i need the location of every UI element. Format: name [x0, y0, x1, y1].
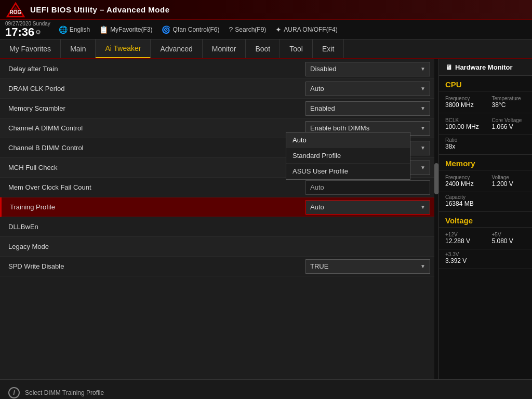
dropdown-value-training-profile: Auto [310, 203, 324, 211]
language-button[interactable]: 🌐 English [59, 25, 90, 34]
settings-row-mem-overclock-fail[interactable]: Mem Over Clock Fail CountAuto [0, 178, 438, 197]
memory-section-title: Memory [439, 155, 532, 170]
plus33v-value: 3.392 V [445, 257, 526, 264]
nav-item-exit[interactable]: Exit [313, 39, 344, 58]
time-display: 17:36 [5, 26, 34, 38]
dropdown-arrow-training-profile: ▼ [420, 204, 425, 210]
rog-logo: ROG [6, 2, 25, 18]
dropdown-arrow-memory-scrambler: ▼ [420, 105, 425, 111]
nav-item-tool[interactable]: Tool [280, 39, 313, 58]
dropdown-value-channel-a-dimm: Enable both DIMMs [310, 124, 369, 132]
cpu-bclk-label: BCLK [445, 117, 480, 123]
hardware-monitor-header: 🖥 Hardware Monitor [439, 59, 532, 76]
settings-row-delay-after-train[interactable]: Delay after TrainDisabled▼ [0, 59, 438, 79]
cpu-bclk-voltage-grid: BCLK 100.00 MHz Core Voltage 1.066 V [439, 113, 532, 135]
cpu-ratio-value: 38x [445, 143, 526, 150]
dropdown-delay-after-train[interactable]: Disabled▼ [305, 62, 430, 76]
aura-button[interactable]: ✦ AURA ON/OFF(F4) [275, 25, 337, 34]
time-settings-icon[interactable]: ⚙ [35, 29, 41, 36]
dropdown-spd-write-disable[interactable]: TRUE▼ [305, 259, 430, 274]
titlebar-title: UEFI BIOS Utility – Advanced Mode [30, 5, 169, 14]
search-button[interactable]: ? Search(F9) [229, 25, 267, 34]
cpu-core-voltage-item: Core Voltage 1.066 V [486, 115, 533, 132]
row-label-mch-full-check: MCH Full Check [8, 164, 305, 171]
nav-item-advanced[interactable]: Advanced [151, 39, 202, 58]
myfavorite-label: MyFavorite(F3) [110, 26, 152, 33]
settings-row-spd-write-disable[interactable]: SPD Write DisableTRUE▼ [0, 257, 438, 276]
cpu-ratio-label: Ratio [445, 137, 526, 143]
row-control-dram-clk-period[interactable]: Auto▼ [305, 82, 430, 96]
plus5v-value: 5.080 V [492, 237, 526, 245]
row-control-spd-write-disable[interactable]: TRUE▼ [305, 259, 430, 274]
dropdown-arrow-spd-write-disable: ▼ [420, 263, 425, 269]
row-label-delay-after-train: Delay after Train [8, 65, 305, 73]
row-label-spd-write-disable: SPD Write Disable [8, 262, 305, 270]
svg-text:ROG: ROG [10, 9, 22, 15]
settings-row-training-profile[interactable]: Training ProfileAuto▼ [0, 197, 438, 217]
nav-item-main[interactable]: Main [61, 39, 96, 58]
settings-row-legacy-mode[interactable]: Legacy Mode [0, 237, 438, 257]
monitor-icon: 🖥 [445, 63, 452, 71]
qfan-label: Qfan Control(F6) [172, 26, 219, 33]
scrollbar[interactable] [434, 59, 438, 379]
popup-option-asus-user-profile[interactable]: ASUS User Profile [286, 164, 410, 179]
aura-label: AURA ON/OFF(F4) [284, 26, 337, 33]
textbox-mem-overclock-fail: Auto [305, 180, 430, 195]
plus12v-value: 12.288 V [445, 237, 480, 245]
voltage-section-title: Voltage [439, 212, 532, 228]
dropdown-value-spd-write-disable: TRUE [310, 262, 328, 270]
hardware-monitor-panel: 🖥 Hardware Monitor CPU Frequency 3800 MH… [438, 59, 532, 379]
plus33v-label: +3.3V [445, 251, 526, 257]
dropdown-dram-clk-period[interactable]: Auto▼ [305, 82, 430, 96]
row-label-channel-a-dimm: Channel A DIMM Control [8, 124, 305, 132]
row-label-mem-overclock-fail: Mem Over Clock Fail Count [8, 183, 305, 191]
dropdown-arrow-channel-a-dimm: ▼ [420, 125, 425, 131]
memory-frequency-label: Frequency [445, 175, 480, 180]
cpu-section-title: CPU [439, 76, 532, 91]
dropdown-arrow-dram-clk-period: ▼ [420, 86, 425, 91]
row-control-training-profile[interactable]: Auto▼ [305, 200, 430, 215]
popup-option-auto[interactable]: Auto [286, 132, 410, 148]
dropdown-arrow-delay-after-train: ▼ [420, 66, 425, 72]
memory-capacity-item: Capacity 16384 MB [439, 192, 532, 212]
cpu-core-voltage-label: Core Voltage [492, 117, 526, 123]
dropdown-arrow-mch-full-check: ▼ [420, 165, 425, 170]
row-label-memory-scrambler: Memory Scrambler [8, 104, 305, 112]
nav-item-my-favorites[interactable]: My Favorites [0, 39, 61, 58]
row-label-dllbwen: DLLBwEn [8, 223, 305, 231]
aura-icon: ✦ [275, 25, 282, 34]
memory-freq-voltage-grid: Frequency 2400 MHz Voltage 1.200 V [439, 170, 532, 192]
qfan-icon: 🌀 [162, 25, 170, 34]
titlebar: ROG UEFI BIOS Utility – Advanced Mode [0, 0, 532, 20]
dropdown-memory-scrambler[interactable]: Enabled▼ [305, 101, 430, 116]
search-icon: ? [229, 25, 233, 34]
popup-option-standard-profile[interactable]: Standard Profile [286, 148, 410, 164]
cpu-temperature-label: Temperature [492, 96, 526, 101]
cpu-frequency-label: Frequency [445, 96, 480, 101]
settings-row-dram-clk-period[interactable]: DRAM CLK PeriodAuto▼ [0, 79, 438, 99]
plus33v-item: +3.3V 3.392 V [439, 249, 532, 269]
row-control-mem-overclock-fail[interactable]: Auto [305, 180, 430, 195]
cpu-ratio-item: Ratio 38x [439, 135, 532, 155]
nav-item-ai-tweaker[interactable]: Ai Tweaker [96, 39, 151, 58]
settings-row-memory-scrambler[interactable]: Memory ScramblerEnabled▼ [0, 99, 438, 118]
cpu-frequency-item: Frequency 3800 MHz [439, 94, 486, 111]
nav-item-monitor[interactable]: Monitor [203, 39, 246, 58]
language-icon: 🌐 [59, 25, 68, 34]
nav-item-boot[interactable]: Boot [246, 39, 280, 58]
memory-frequency-item: Frequency 2400 MHz [439, 172, 486, 190]
my-favorite-button[interactable]: 📋 MyFavorite(F3) [99, 25, 152, 34]
infobar: 09/27/2020 Sunday 17:36 ⚙ 🌐 English 📋 My… [0, 20, 532, 39]
plus5v-label: +5V [492, 232, 526, 237]
qfan-button[interactable]: 🌀 Qfan Control(F6) [162, 25, 219, 34]
row-label-channel-b-dimm: Channel B DIMM Control [8, 144, 305, 152]
row-control-delay-after-train[interactable]: Disabled▼ [305, 62, 430, 76]
memory-frequency-value: 2400 MHz [445, 180, 480, 188]
memory-voltage-item: Voltage 1.200 V [486, 172, 533, 190]
row-control-memory-scrambler[interactable]: Enabled▼ [305, 101, 430, 116]
dropdown-training-profile[interactable]: Auto▼ [305, 200, 430, 215]
cpu-temperature-item: Temperature 38°C [486, 94, 533, 111]
cpu-freq-temp-grid: Frequency 3800 MHz Temperature 38°C [439, 91, 532, 113]
scroll-thumb[interactable] [434, 163, 438, 194]
settings-row-dllbwen[interactable]: DLLBwEn [0, 217, 438, 237]
